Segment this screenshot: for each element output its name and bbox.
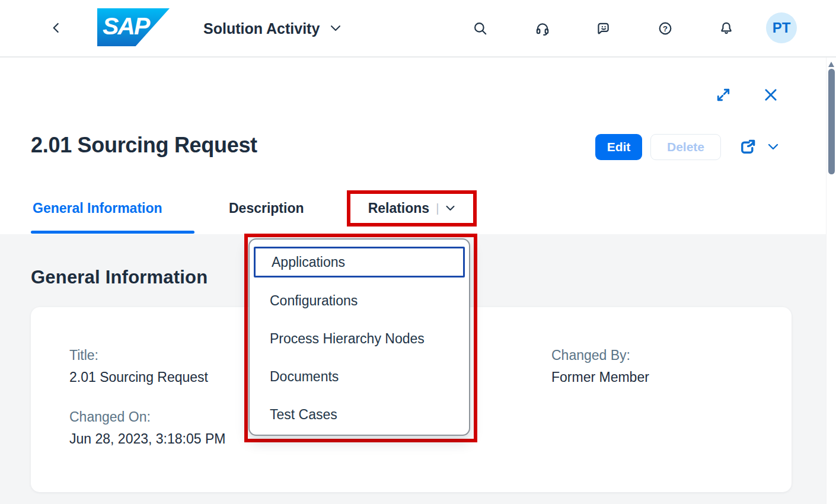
section-heading: General Information xyxy=(31,267,208,288)
field-changed-on-label: Changed On: xyxy=(69,409,225,425)
expand-icon xyxy=(715,87,732,103)
vertical-scrollbar[interactable] xyxy=(826,58,836,504)
chevron-down-icon xyxy=(329,24,342,33)
avatar[interactable]: PT xyxy=(766,12,797,43)
page-title: 2.01 Sourcing Request xyxy=(31,133,257,158)
relations-menu: Applications Configurations Process Hier… xyxy=(248,238,470,436)
field-title-label: Title: xyxy=(69,347,208,363)
menu-item-configurations[interactable]: Configurations xyxy=(250,282,469,320)
field-changed-by-label: Changed By: xyxy=(551,347,649,363)
screen: SAP Solution Activity xyxy=(0,0,836,504)
tab-description[interactable]: Description xyxy=(229,200,304,216)
menu-item-applications[interactable]: Applications xyxy=(254,247,465,277)
tab-relations-label: Relations xyxy=(368,200,430,216)
tab-relations[interactable]: Relations | xyxy=(368,200,456,216)
headset-icon xyxy=(535,21,550,36)
expand-button[interactable] xyxy=(715,87,732,103)
edit-button[interactable]: Edit xyxy=(595,134,642,160)
svg-text:?: ? xyxy=(663,24,668,33)
more-actions-button[interactable] xyxy=(766,141,780,153)
share-icon xyxy=(738,137,758,157)
feedback-button[interactable] xyxy=(595,21,611,36)
help-button[interactable]: ? xyxy=(658,21,673,36)
chevron-down-icon xyxy=(766,141,780,153)
tab-relations-separator: | xyxy=(436,202,439,215)
close-button[interactable] xyxy=(762,87,779,103)
back-button[interactable] xyxy=(49,20,64,36)
menu-item-documents[interactable]: Documents xyxy=(250,358,469,395)
scrollbar-up-arrow-icon[interactable] xyxy=(828,62,834,67)
field-title-value: 2.01 Sourcing Request xyxy=(69,369,208,385)
feedback-icon xyxy=(595,21,611,36)
sap-logo-text: SAP xyxy=(103,12,149,40)
field-changed-by-value: Former Member xyxy=(551,369,649,385)
tab-general-information[interactable]: General Information xyxy=(33,200,162,216)
share-button[interactable] xyxy=(738,137,758,157)
field-title: Title: 2.01 Sourcing Request xyxy=(69,347,208,385)
field-changed-on: Changed On: Jun 28, 2023, 3:18:05 PM xyxy=(69,409,225,447)
delete-button[interactable]: Delete xyxy=(650,134,721,160)
notifications-button[interactable] xyxy=(719,21,734,36)
sap-logo[interactable]: SAP xyxy=(97,8,170,46)
field-changed-on-value: Jun 28, 2023, 3:18:05 PM xyxy=(69,431,225,447)
search-icon xyxy=(473,21,488,36)
field-changed-by: Changed By: Former Member xyxy=(551,347,649,385)
scrollbar-thumb[interactable] xyxy=(828,69,835,174)
search-button[interactable] xyxy=(473,21,488,36)
chevron-down-icon[interactable] xyxy=(445,205,455,212)
relations-menu-annotation: Applications Configurations Process Hier… xyxy=(244,234,477,442)
app-title-menu[interactable]: Solution Activity xyxy=(203,15,342,42)
bell-icon xyxy=(719,21,734,36)
menu-item-test-cases[interactable]: Test Cases xyxy=(250,395,469,433)
close-icon xyxy=(762,87,779,103)
active-tab-underline xyxy=(31,231,194,234)
back-icon xyxy=(49,20,64,36)
relations-tab-annotation: Relations | xyxy=(347,190,477,227)
menu-item-process-hierarchy-nodes[interactable]: Process Hierarchy Nodes xyxy=(250,320,469,358)
shell-header: SAP Solution Activity xyxy=(0,0,836,58)
app-title: Solution Activity xyxy=(203,20,320,37)
support-button[interactable] xyxy=(535,21,550,36)
help-icon: ? xyxy=(658,21,673,36)
